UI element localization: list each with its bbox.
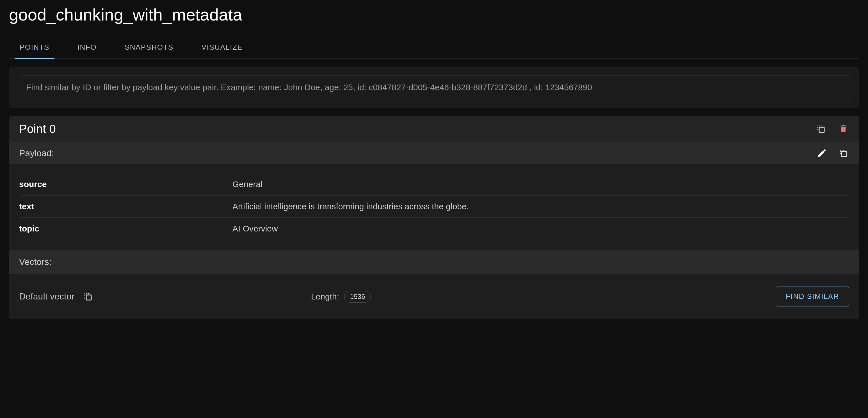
vector-row: Default vector Length: 1536 FIND SIMILAR — [9, 274, 859, 319]
vector-length: Length: 1536 — [311, 291, 371, 303]
vectors-label: Vectors: — [19, 257, 849, 267]
search-input[interactable] — [18, 76, 850, 99]
vector-name: Default vector — [19, 291, 74, 302]
payload-value: General — [232, 179, 262, 189]
payload-section-bar: Payload: — [9, 142, 859, 165]
payload-key: text — [19, 202, 232, 211]
payload-body: source General text Artificial intellige… — [9, 165, 859, 250]
tabs: POINTS INFO SNAPSHOTS VISUALIZE — [9, 38, 859, 59]
delete-icon[interactable] — [838, 123, 849, 135]
tab-snapshots[interactable]: SNAPSHOTS — [120, 38, 179, 59]
vector-length-chip: 1536 — [344, 291, 371, 303]
vector-left: Default vector — [19, 291, 311, 302]
payload-key: topic — [19, 224, 232, 233]
vectors-section-bar: Vectors: — [9, 250, 859, 274]
tab-visualize[interactable]: VISUALIZE — [196, 38, 248, 59]
point-header: Point 0 — [9, 116, 859, 142]
page: good_chunking_with_metadata POINTS INFO … — [0, 0, 868, 328]
search-panel — [9, 67, 859, 108]
find-similar-button[interactable]: FIND SIMILAR — [776, 286, 849, 307]
payload-key: source — [19, 179, 232, 189]
page-title: good_chunking_with_metadata — [9, 5, 859, 24]
svg-rect-8 — [86, 295, 91, 300]
tab-info[interactable]: INFO — [72, 38, 102, 59]
payload-row: text Artificial intelligence is transfor… — [19, 196, 849, 218]
point-title: Point 0 — [19, 122, 56, 136]
copy-icon[interactable] — [82, 291, 93, 302]
payload-actions — [816, 148, 849, 159]
copy-icon[interactable] — [815, 123, 827, 135]
copy-icon[interactable] — [838, 148, 849, 159]
payload-row: topic AI Overview — [19, 218, 849, 240]
tab-points[interactable]: POINTS — [14, 38, 55, 59]
svg-rect-3 — [840, 125, 847, 126]
payload-value: AI Overview — [232, 224, 278, 233]
point-actions — [815, 123, 849, 135]
payload-label: Payload: — [19, 148, 54, 158]
svg-rect-0 — [819, 127, 824, 132]
svg-rect-5 — [842, 151, 847, 156]
edit-icon[interactable] — [816, 148, 828, 159]
point-card: Point 0 Pay — [9, 116, 859, 319]
svg-rect-4 — [842, 125, 845, 125]
vector-actions: FIND SIMILAR — [776, 286, 849, 307]
payload-row: source General — [19, 173, 849, 196]
vector-length-label: Length: — [311, 292, 339, 301]
payload-value: Artificial intelligence is transforming … — [232, 202, 469, 211]
